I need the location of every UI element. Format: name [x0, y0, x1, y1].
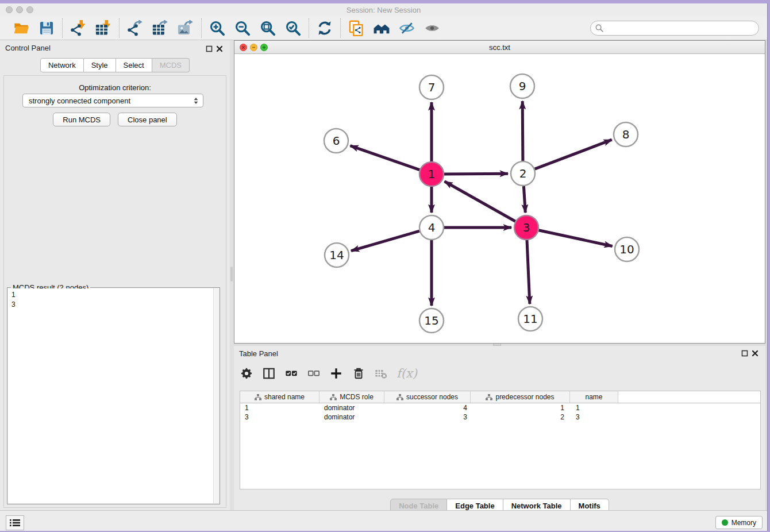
stepper-icon	[193, 97, 199, 105]
graph-edge-3-1[interactable]	[445, 182, 515, 221]
table-float-icon[interactable]	[741, 349, 748, 356]
network-title: scc.txt	[234, 43, 765, 52]
cell-predecessor-nodes[interactable]: 1	[471, 404, 570, 412]
table-panel: Table Panel f(x) shared nameMCDS rolesuc…	[234, 346, 765, 514]
float-panel-icon[interactable]	[206, 44, 213, 51]
cell-successor-nodes[interactable]: 3	[384, 413, 471, 421]
zoom-selected-icon[interactable]	[284, 20, 302, 37]
node-table: shared nameMCDS rolesuccessor nodesprede…	[240, 391, 761, 489]
column-header-shared-name[interactable]: shared name	[240, 391, 319, 403]
tab-select[interactable]: Select	[116, 58, 152, 72]
graph-node-label-3: 3	[523, 221, 530, 234]
column-header-successor-nodes[interactable]: successor nodes	[384, 391, 471, 403]
vertical-splitter[interactable]	[230, 40, 234, 514]
table-close-icon[interactable]	[752, 349, 759, 356]
mcds-result-line: 1	[11, 290, 210, 300]
home-icon[interactable]	[373, 20, 390, 37]
close-panel-icon[interactable]	[216, 44, 223, 51]
cell-shared-name[interactable]: 3	[240, 413, 319, 421]
table-header-row: shared nameMCDS rolesuccessor nodesprede…	[240, 391, 760, 403]
status-bar: Memory	[0, 510, 767, 531]
search-input[interactable]	[590, 21, 759, 36]
network-graph: 7968124314101511	[234, 54, 765, 343]
column-header-name[interactable]: name	[570, 391, 618, 403]
cell-predecessor-nodes[interactable]: 2	[471, 413, 570, 421]
app-window: Session: New Session Control Panel	[0, 3, 768, 531]
graph-edge-2-8[interactable]	[535, 140, 612, 169]
cell-MCDS-role[interactable]: dominator	[319, 404, 384, 412]
select-all-icon[interactable]	[284, 367, 298, 380]
memory-button[interactable]: Memory	[715, 516, 763, 529]
column-header-filler	[618, 391, 760, 403]
zoom-out-icon[interactable]	[234, 20, 251, 37]
graph-edge-4-14[interactable]	[351, 231, 419, 251]
graph-node-label-9: 9	[519, 79, 526, 93]
graph-edge-1-2[interactable]	[444, 174, 508, 174]
deselect-all-icon[interactable]	[307, 367, 321, 380]
delete-table-icon	[374, 367, 388, 380]
graph-node-label-14: 14	[329, 248, 344, 262]
mcds-result-list[interactable]: 13	[8, 288, 213, 503]
main-toolbar	[0, 16, 767, 40]
table-row-1[interactable]: 1dominator411	[240, 403, 760, 413]
criterion-value: strongly connected component	[29, 97, 130, 105]
cell-MCDS-role[interactable]: dominator	[319, 413, 384, 421]
desktop: Session: New Session Control Panel	[0, 0, 770, 532]
criterion-select[interactable]: strongly connected component	[22, 94, 203, 107]
graph-node-label-2: 2	[519, 167, 527, 180]
import-network-icon[interactable]	[70, 20, 87, 37]
function-builder-icon: f(x)	[396, 367, 417, 380]
save-icon[interactable]	[38, 20, 55, 37]
graph-node-label-6: 6	[333, 134, 340, 148]
graph-edge-1-6[interactable]	[351, 146, 420, 170]
tab-mcds[interactable]: MCDS	[152, 58, 190, 72]
network-canvas[interactable]: 7968124314101511	[234, 54, 765, 343]
close-panel-button[interactable]: Close panel	[118, 113, 177, 126]
duplicate-network-icon[interactable]	[348, 20, 365, 37]
graph-node-label-7: 7	[428, 80, 436, 94]
table-row-2[interactable]: 3dominator323	[240, 413, 760, 422]
search-icon	[595, 24, 603, 32]
refresh-icon[interactable]	[316, 20, 333, 37]
gear-icon[interactable]	[240, 367, 253, 380]
column-view-icon[interactable]	[262, 367, 276, 380]
table-toolbar: f(x)	[240, 361, 417, 386]
criterion-label: Optimization criterion:	[4, 83, 226, 92]
graph-node-label-4: 4	[428, 221, 436, 234]
cell-successor-nodes[interactable]: 4	[384, 404, 471, 412]
mcds-result-line: 3	[11, 300, 210, 310]
network-window: scc.txt 7968124314101511	[234, 40, 765, 344]
memory-status-icon	[722, 519, 728, 526]
delete-icon[interactable]	[352, 367, 365, 380]
graph-edge-3-11[interactable]	[527, 240, 530, 304]
hide-panel-icon[interactable]	[398, 20, 415, 37]
cell-name[interactable]: 1	[570, 404, 618, 412]
column-header-MCDS-role[interactable]: MCDS role	[319, 391, 384, 403]
network-titlebar: scc.txt	[234, 41, 765, 54]
column-header-predecessor-nodes[interactable]: predecessor nodes	[471, 391, 570, 403]
table-panel-title: Table Panel	[239, 349, 278, 358]
import-table-icon[interactable]	[95, 20, 112, 37]
graph-edge-3-10[interactable]	[539, 230, 613, 246]
zoom-fit-icon[interactable]	[259, 20, 276, 37]
graph-node-label-11: 11	[523, 312, 537, 326]
tab-network[interactable]: Network	[40, 58, 84, 72]
graph-node-label-1: 1	[428, 167, 436, 181]
cell-name[interactable]: 3	[570, 413, 618, 421]
run-mcds-button[interactable]: Run MCDS	[53, 113, 110, 126]
export-network-icon[interactable]	[126, 20, 144, 37]
export-image-icon[interactable]	[177, 20, 194, 37]
export-table-icon[interactable]	[152, 20, 169, 37]
task-history-button[interactable]	[6, 515, 24, 530]
zoom-in-icon[interactable]	[209, 20, 226, 37]
content-area: Control Panel NetworkStyleSelectMCDS Opt…	[0, 40, 767, 514]
mcds-result-group: MCDS result (2 nodes) 13	[7, 287, 220, 504]
cell-shared-name[interactable]: 1	[240, 404, 319, 412]
graph-edge-2-3[interactable]	[523, 186, 525, 213]
add-icon[interactable]	[329, 367, 343, 380]
tab-style[interactable]: Style	[84, 58, 116, 72]
graph-edge-2-9[interactable]	[522, 101, 523, 161]
show-panel-icon[interactable]	[424, 20, 441, 37]
open-folder-icon[interactable]	[13, 20, 30, 37]
result-scrollbar[interactable]	[213, 288, 219, 503]
